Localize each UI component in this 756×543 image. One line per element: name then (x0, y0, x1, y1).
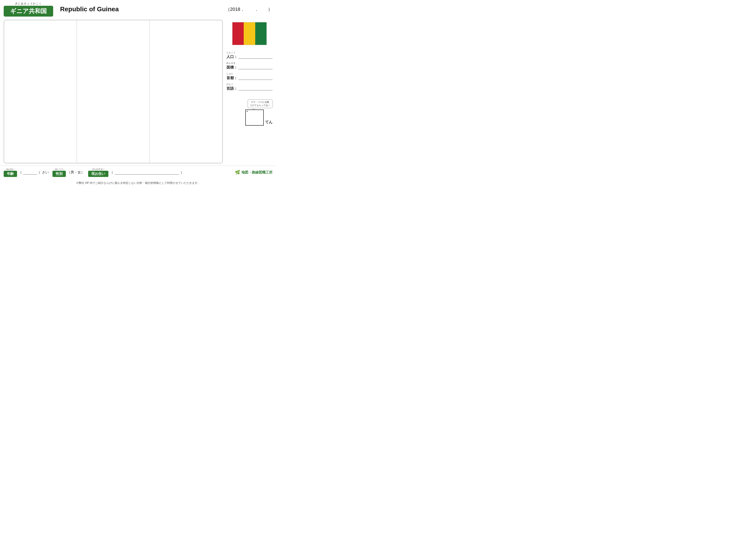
population-field: じんこう 人口： (226, 51, 272, 59)
area-furigana: めんせき (226, 62, 272, 65)
address-input-line[interactable] (115, 170, 179, 175)
language-field: げんご 言語： (226, 83, 272, 91)
bottom-bar: ねんれい 年齢 （ ）さい せいべつ 性別 （男・女） げんおすまい 現お住い … (0, 166, 276, 187)
area-row: 面積： (226, 65, 272, 70)
population-row: 人口： (226, 55, 272, 59)
population-furigana: じんこう (226, 51, 272, 54)
address-label: 現お住い (88, 171, 108, 177)
score-box[interactable] (245, 110, 264, 126)
score-dot (247, 111, 248, 112)
capital-line (238, 80, 272, 80)
score-box-row: てん (245, 110, 272, 126)
map-col-3 (150, 20, 222, 163)
gender-label: 性別 (52, 171, 66, 177)
flag-stripe-green (255, 22, 266, 45)
logo-text: 地図・路線図職工所 (241, 170, 272, 175)
population-label: 人口： (226, 55, 238, 59)
language-furigana: げんご (226, 83, 272, 86)
age-furigana: ねんれい (6, 168, 14, 171)
gender-field: せいべつ 性別 （男・女） (52, 168, 84, 177)
date-info: （2018． ． ） (226, 6, 273, 12)
english-title: Republic of Guinea (60, 6, 119, 13)
age-unit: ）さい (38, 170, 49, 175)
japanese-title: ギニア共和国 (4, 6, 53, 17)
flag-container (226, 22, 272, 45)
main-area: じんこう 人口： めんせき 面積： しゅと 首都： (0, 17, 276, 166)
area-line (238, 69, 272, 69)
gender-furigana: せいべつ (55, 168, 63, 171)
address-furigana: げんおすまい (92, 168, 104, 171)
address-close-paren: ） (180, 170, 184, 175)
score-section: ママ・パパに点数つけてもらってね！ てん (226, 99, 272, 126)
info-section: じんこう 人口： めんせき 面積： しゅと 首都： (226, 20, 272, 163)
furigana: ぎにあきょうわこく (15, 2, 42, 5)
score-balloon: ママ・パパに点数つけてもらってね！ (248, 99, 272, 108)
map-section (4, 20, 223, 163)
area-label: 面積： (226, 65, 238, 70)
flag-stripe-yellow (244, 22, 255, 45)
ten-label: てん (265, 120, 272, 125)
map-col-1 (4, 20, 77, 163)
header: ぎにあきょうわこく ギニア共和国 Republic of Guinea （201… (0, 0, 276, 17)
logo-icon: 🌿 (235, 170, 240, 175)
age-field: ねんれい 年齢 （ ）さい (4, 168, 49, 177)
flag-stripe-red (232, 22, 244, 45)
address-open-paren: （ (110, 170, 113, 175)
age-input-line[interactable] (23, 170, 37, 175)
capital-label: 首都： (226, 76, 238, 81)
capital-row: 首都： (226, 76, 272, 81)
disclaimer: ※弊社 HP 内でご紹介ならびに個人を特定しない分析・統計的情報として利用させて… (4, 181, 272, 185)
gender-options: （男・女） (67, 170, 84, 175)
population-line (238, 58, 272, 59)
map-col-2 (77, 20, 150, 163)
language-label: 言語： (226, 86, 238, 91)
language-row: 言語： (226, 86, 272, 91)
age-label: 年齢 (4, 171, 17, 177)
info-fields: じんこう 人口： めんせき 面積： しゅと 首都： (226, 51, 272, 91)
logo-area: 🌿 地図・路線図職工所 (235, 170, 272, 175)
address-field: げんおすまい 現お住い （ ） (88, 168, 184, 177)
capital-field: しゅと 首都： (226, 72, 272, 81)
guinea-flag (232, 22, 267, 45)
area-field: めんせき 面積： (226, 62, 272, 70)
age-open-paren: （ (18, 170, 22, 175)
title-block: ぎにあきょうわこく ギニア共和国 (4, 2, 53, 17)
capital-furigana: しゅと (226, 72, 272, 75)
